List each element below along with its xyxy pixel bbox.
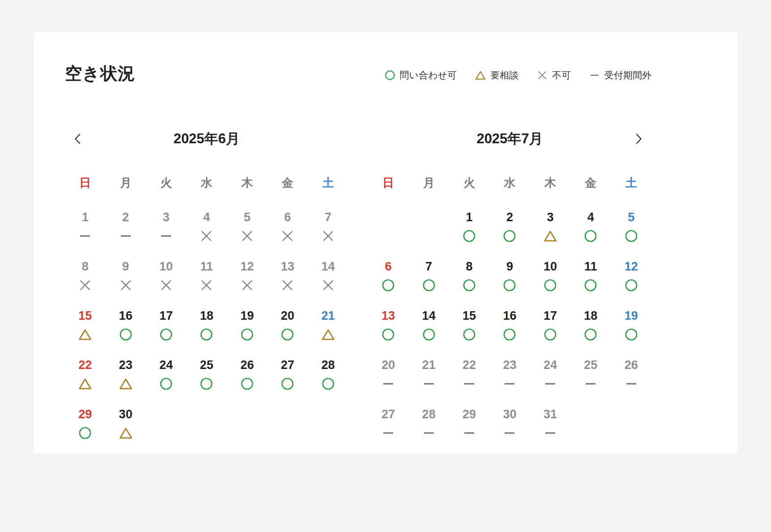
day-cell[interactable]: 1 (449, 193, 489, 242)
day-cell[interactable]: 17 (530, 291, 570, 340)
day-cell[interactable]: 12 (611, 242, 651, 291)
day-cell[interactable]: 2 (489, 193, 530, 242)
day-cell[interactable]: 26 (227, 340, 267, 390)
day-cell[interactable]: 25 (186, 340, 227, 390)
status-symbol (422, 377, 436, 390)
day-cell[interactable]: 9 (489, 242, 530, 291)
status-symbol (200, 229, 213, 243)
day-cell[interactable]: 5 (611, 193, 651, 242)
day-cell[interactable]: 21 (308, 291, 348, 340)
day-cell: 27 (368, 390, 408, 439)
day-number: 14 (422, 310, 436, 322)
status-symbol (503, 377, 516, 390)
day-cell[interactable]: 13 (368, 291, 408, 340)
day-cell: 29 (449, 390, 489, 439)
day-number: 16 (503, 310, 516, 322)
day-cell[interactable]: 15 (449, 291, 489, 340)
circle-icon (625, 229, 638, 243)
day-cell[interactable]: 19 (227, 291, 267, 340)
day-cell[interactable]: 8 (449, 242, 489, 291)
status-symbol (381, 328, 395, 341)
status-symbol (119, 328, 133, 341)
next-month-button[interactable] (628, 129, 648, 149)
day-cell: 14 (308, 242, 348, 291)
day-cell[interactable]: 19 (611, 291, 651, 340)
day-cell[interactable]: 29 (65, 390, 105, 439)
day-cell[interactable]: 14 (408, 291, 449, 340)
dash-icon (422, 377, 436, 390)
weekday-header: 水 (489, 173, 530, 193)
cross-icon (281, 279, 294, 292)
day-cell[interactable]: 16 (489, 291, 530, 340)
day-number: 10 (544, 261, 557, 273)
calendar-grid: 日月火水木金土123456789101112131415161718192021… (65, 173, 348, 439)
day-cell[interactable]: 7 (408, 242, 449, 291)
day-number: 17 (159, 310, 173, 322)
circle-icon (78, 426, 92, 440)
day-cell[interactable]: 17 (146, 291, 186, 340)
day-cell[interactable]: 20 (267, 291, 308, 340)
day-cell[interactable]: 24 (146, 340, 186, 390)
day-cell[interactable]: 22 (65, 340, 105, 390)
status-symbol (281, 279, 294, 292)
status-symbol (321, 279, 335, 292)
triangle-icon (544, 229, 557, 243)
day-number: 8 (466, 261, 473, 273)
chevron-right-icon (631, 132, 645, 146)
day-cell[interactable]: 16 (105, 291, 146, 340)
circle-icon (625, 279, 638, 292)
day-cell[interactable]: 18 (186, 291, 227, 340)
cross-icon (119, 279, 133, 292)
day-cell: 2 (105, 193, 146, 242)
day-number: 29 (78, 408, 92, 420)
month-title: 2025年7月 (368, 131, 651, 147)
day-number: 13 (281, 261, 294, 273)
day-cell[interactable]: 3 (530, 193, 570, 242)
weekday-header: 火 (146, 173, 186, 193)
status-symbol (119, 229, 133, 243)
day-cell[interactable]: 10 (530, 242, 570, 291)
day-number: 27 (281, 359, 294, 371)
day-cell: 25 (570, 340, 611, 390)
day-number: 20 (281, 310, 294, 322)
day-cell: 31 (530, 390, 570, 439)
status-symbol (321, 328, 335, 341)
status-symbol (200, 377, 213, 390)
calendar-month: 2025年7月 日月火水木金土1234567891011121314151617… (368, 131, 651, 439)
day-cell[interactable]: 30 (105, 390, 146, 439)
day-cell[interactable]: 18 (570, 291, 611, 340)
prev-month-button[interactable] (69, 129, 88, 149)
status-symbol (544, 426, 557, 440)
circle-icon (159, 377, 173, 390)
availability-card: 空き状況 問い合わせ可 要相談 不可 受付期間外 (34, 32, 737, 453)
card-header: 空き状況 問い合わせ可 要相談 不可 受付期間外 (65, 64, 651, 83)
day-cell[interactable]: 28 (308, 340, 348, 390)
status-symbol (381, 426, 395, 440)
day-number: 24 (544, 359, 557, 371)
cross-icon (281, 229, 294, 243)
day-number: 5 (244, 211, 250, 223)
status-symbol (463, 229, 476, 243)
day-cell[interactable]: 4 (570, 193, 611, 242)
day-number: 22 (78, 359, 92, 371)
circle-icon (422, 279, 436, 292)
day-cell[interactable]: 11 (570, 242, 611, 291)
cross-icon (200, 229, 213, 243)
day-cell[interactable]: 27 (267, 340, 308, 390)
status-symbol (544, 229, 557, 243)
circle-icon (503, 328, 516, 341)
dash-icon (584, 377, 597, 390)
day-cell[interactable]: 23 (105, 340, 146, 390)
weekday-header: 木 (530, 173, 570, 193)
day-cell: 8 (65, 242, 105, 291)
day-cell: 5 (227, 193, 267, 242)
day-cell[interactable]: 15 (65, 291, 105, 340)
day-cell[interactable]: 6 (368, 242, 408, 291)
circle-icon (463, 229, 476, 243)
status-symbol (240, 279, 254, 292)
day-number: 1 (82, 211, 89, 223)
dash-icon (544, 426, 557, 440)
day-cell: 20 (368, 340, 408, 390)
day-number: 12 (240, 261, 254, 273)
cross-icon (240, 279, 254, 292)
